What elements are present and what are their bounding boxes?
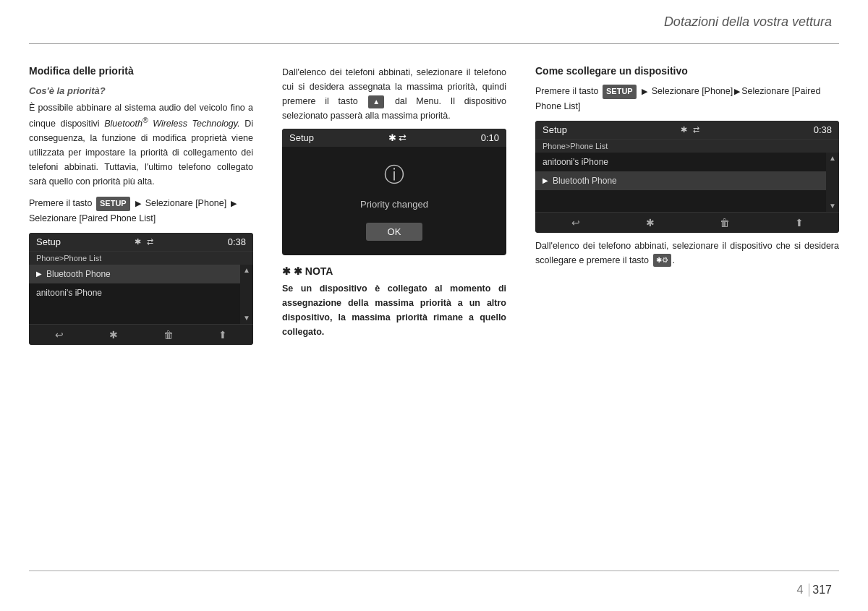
right-body-text-content: Dall'elenco dei telefono abbinati, selez… [535,241,839,265]
page-header: Dotazioni della vostra vettura [664,14,832,30]
top-rule [29,43,839,44]
screen-time-left: 0:38 [228,236,246,247]
screen-time-right: 0:38 [814,124,832,135]
dialog-message: Priority changed [360,199,428,210]
screen-body-wrapper-left: ▶ Bluetooth Phone anitooni's iPhone ▲ ▼ [29,265,253,324]
dialog-bt-icon: ✱ [388,132,396,143]
screen-icons-right: ✱ ⇄ [681,125,699,134]
bottom-rule [29,571,839,571]
mid-column: Dall'elenco dei telefoni abbinati, selez… [268,51,521,564]
play-icon-right-2: ▶ [542,176,548,184]
foot-icon-up-right[interactable]: ⬆ [788,217,810,228]
scroll-up-right[interactable]: ▲ [829,155,836,162]
scrollbar-left: ▲ ▼ [240,265,253,324]
screen-row-2-right[interactable]: ▶ Bluetooth Phone [535,171,826,190]
left-section-title: Modifica delle priorità [29,65,253,77]
screen-title-right: Setup [542,124,567,135]
setup-badge-right: SETUP [603,85,637,99]
right-instruction-pre: Premere il tasto [535,86,599,96]
right-body-text: Dall'elenco dei telefono abbinati, selez… [535,239,839,268]
foot-icon-del-left[interactable]: 🗑 [158,329,179,341]
screen-breadcrumb-right: Phone>Phone List [535,139,839,153]
dialog-screen: Setup ✱ ⇄ 0:10 ⓘ Priority changed OK [282,129,506,255]
left-column: Modifica delle priorità Cos'è la priorit… [29,51,268,564]
screen-title-left: Setup [36,236,61,247]
page-number-value: 317 [812,584,832,597]
nota-title-text: ✱ NOTA [294,265,333,277]
nota-title: ✱ ✱ NOTA [282,265,506,277]
foot-icon-up-left[interactable]: ⬆ [212,329,234,341]
foot-icon-back-right[interactable]: ↩ [565,217,587,228]
nota-body: Se un dispositivo è collegato al momento… [282,281,506,339]
screen-body-wrapper-right: anitooni's iPhone ▶ Bluetooth Phone ▲ ▼ [535,153,839,212]
screen-footer-right: ↩ ✱ 🗑 ⬆ [535,212,839,233]
left-instruction: Premere il tasto SETUP ▶ Selezionare [Ph… [29,196,253,226]
left-body-paragraph: È possibile abbinare al sistema audio de… [29,101,253,189]
bt-disconnect-icon-badge: ✱⚙ [653,254,671,267]
row-text-right-2: Bluetooth Phone [553,176,617,186]
usb-icon-right: ⇄ [693,125,699,134]
screen-row-empty-left [29,302,240,324]
screen-header-left: Setup ✱ ⇄ 0:38 [29,233,253,251]
dialog-body: ⓘ Priority changed OK [282,147,506,255]
row-text-left-2: anitooni's iPhone [36,288,102,298]
page-number: 4 317 [796,584,832,597]
screen-icons-left: ✱ ⇄ [135,237,153,247]
scroll-up-left[interactable]: ▲ [243,267,250,274]
bt-icon-left: ✱ [135,237,141,247]
instruction-pre-text: Premere il tasto [29,198,93,208]
right-column: Come scollegare un dispositivo Premere i… [521,51,839,564]
screen-row-2-left[interactable]: anitooni's iPhone [29,283,240,302]
foot-icon-bt-left[interactable]: ✱ [103,329,124,341]
row-text-right-1: anitooni's iPhone [542,157,608,167]
dialog-ok-button[interactable]: OK [366,223,423,241]
dialog-usb-icon: ⇄ [399,132,407,143]
arrow2-right: ▶ [734,85,740,98]
screen-list-right: anitooni's iPhone ▶ Bluetooth Phone [535,153,826,212]
screen-row-empty-right [535,190,826,212]
header-text: Dotazioni della vostra vettura [664,14,832,29]
screen-header-right: Setup ✱ ⇄ 0:38 [535,121,839,139]
setup-badge-left: SETUP [96,197,130,211]
screen-breadcrumb-left: Phone>Phone List [29,251,253,265]
up-arrow-badge: ▲ [368,95,384,108]
arrow2-left: ▶ [231,197,237,210]
dialog-info-icon: ⓘ [384,161,404,189]
foot-icon-back-left[interactable]: ↩ [48,329,70,341]
nota-star: ✱ [282,265,291,277]
play-icon-left-1: ▶ [36,270,42,278]
usb-icon-left: ⇄ [147,237,153,247]
main-content: Modifica delle priorità Cos'è la priorit… [29,51,839,564]
bt-icon-right: ✱ [681,125,687,134]
mid-body-text: Dall'elenco dei telefoni abbinati, selez… [282,65,506,123]
foot-icon-del-right[interactable]: 🗑 [714,217,736,228]
dialog-time: 0:10 [481,132,499,143]
row-text-left-1: Bluetooth Phone [46,269,111,279]
right-instruction: Premere il tasto SETUP ▶ Selezionare [Ph… [535,84,839,114]
screen-row-1-left[interactable]: ▶ Bluetooth Phone [29,265,240,283]
chapter-number: 4 [796,584,806,597]
screen-right: Setup ✱ ⇄ 0:38 Phone>Phone List anitooni… [535,121,839,233]
subsection-title: Cos'è la priorità? [29,85,253,96]
arrow1-right: ▶ [642,85,647,98]
page-footer: 4 317 [796,584,832,597]
right-section-title: Come scollegare un dispositivo [535,65,839,77]
screen-list-left: ▶ Bluetooth Phone anitooni's iPhone [29,265,240,324]
dialog-icons: ✱ ⇄ [388,132,407,143]
screen-row-1-right[interactable]: anitooni's iPhone [535,153,826,171]
scrollbar-right: ▲ ▼ [826,153,839,212]
scroll-down-left[interactable]: ▼ [243,315,250,322]
arrow1-left: ▶ [135,197,141,210]
dialog-header: Setup ✱ ⇄ 0:10 [282,129,506,147]
scroll-down-right[interactable]: ▼ [829,202,836,210]
screen-footer-left: ↩ ✱ 🗑 ⬆ [29,324,253,345]
dialog-title: Setup [289,132,314,143]
page-divider [809,584,809,597]
foot-icon-bt-right[interactable]: ✱ [639,217,661,228]
screen-left: Setup ✱ ⇄ 0:38 Phone>Phone List ▶ Blueto… [29,233,253,345]
